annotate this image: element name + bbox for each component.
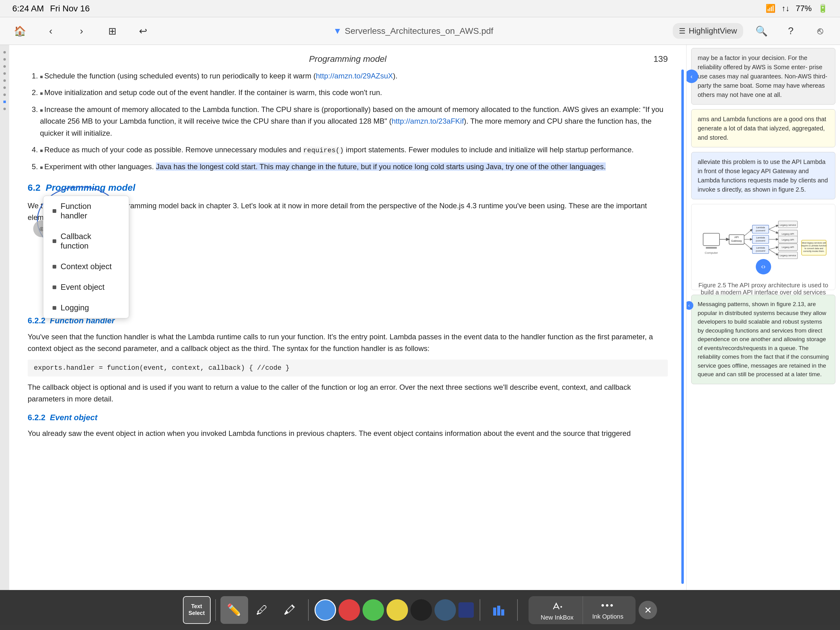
context-menu: Function handler Callback function Conte… — [43, 196, 129, 318]
rpanel-box-2: ams and Lambda functions are a good ons … — [691, 109, 835, 147]
svg-text:Gateway: Gateway — [731, 239, 742, 242]
search-button[interactable]: 🔍 — [751, 20, 772, 42]
bullet-icon — [52, 209, 56, 213]
link-1[interactable]: http://amzn.to/29AZsuX — [316, 72, 393, 80]
wifi-icon: 📶 — [766, 4, 775, 13]
svg-text:Legacy API: Legacy API — [782, 246, 794, 249]
link-2[interactable]: http://amzn.to/23aFKif — [392, 117, 464, 125]
pdf-content-area[interactable]: Programming model 139 Schedule the funct… — [9, 45, 686, 590]
svg-rect-1 — [706, 247, 717, 249]
menu-item-label: Function handler — [61, 201, 120, 220]
bullet-icon — [52, 306, 56, 310]
back-button[interactable]: ‹ — [40, 20, 62, 42]
bar-chart-icon — [492, 603, 505, 617]
menu-item-label: Callback function — [61, 232, 120, 251]
ink-options-button[interactable]: ••• Ink Options — [583, 597, 632, 623]
svg-text:Lambda: Lambda — [756, 246, 765, 249]
sidebar-dot — [3, 51, 6, 54]
color-blue[interactable] — [314, 599, 336, 621]
svg-rect-0 — [703, 233, 720, 245]
svg-text:Computer: Computer — [705, 251, 718, 255]
rpanel-text-2: ams and Lambda functions are a good ons … — [698, 116, 826, 141]
svg-line-22 — [769, 247, 778, 250]
tool-separator-1 — [215, 599, 216, 621]
date-display: Fri Nov 16 — [50, 4, 90, 14]
sidebar-dot — [3, 108, 6, 110]
top-toolbar: 🏠 ‹ › ⊞ ↩ ▼ Serverless_Architectures_on_… — [0, 17, 840, 45]
marker-icon: 🖊 — [256, 603, 268, 617]
svg-text:Legacy service: Legacy service — [780, 224, 796, 226]
section-6-2-2-event-heading: 6.2.2 Event object — [28, 411, 668, 424]
text-select-button[interactable]: TextSelect — [183, 596, 211, 624]
section-6-2-heading: 6.2 Programming model — [28, 180, 668, 195]
highlighter-icon: 🖍 — [284, 603, 295, 617]
tool-separator-3 — [480, 599, 480, 621]
rpanel-text-4: Messaging patterns, shown in figure 2.13… — [698, 301, 829, 377]
sidebar-active-dot — [3, 101, 6, 103]
forward-button[interactable]: › — [71, 20, 92, 42]
pencil-tool[interactable]: ✏️ — [221, 596, 248, 624]
new-inkbox-label: New InkBox — [541, 614, 574, 621]
diagram-nav-arrow[interactable]: ‹› — [756, 259, 771, 274]
marker-tool[interactable]: 🖊 — [248, 596, 276, 624]
svg-line-19 — [769, 225, 778, 229]
share-button[interactable]: ⎋ — [809, 20, 831, 42]
battery-icon: 🔋 — [818, 4, 828, 13]
bar-chart-tool[interactable] — [485, 596, 513, 624]
rpanel-box-4: ‹ Messaging patterns, shown in figure 2.… — [691, 295, 835, 384]
svg-rect-39 — [493, 608, 496, 616]
color-dark-blue[interactable] — [458, 602, 474, 618]
undo-button[interactable]: ↩ — [132, 20, 154, 42]
pdf-scrollbar[interactable] — [681, 70, 684, 584]
help-button[interactable]: ? — [780, 20, 802, 42]
sidebar-dot — [3, 86, 6, 89]
rpanel-nav-icon: ‹ — [686, 301, 693, 310]
tool-separator-2 — [308, 599, 309, 621]
callback-body: The callback object is optional and is u… — [28, 381, 668, 405]
menu-item-function-handler[interactable]: Function handler — [43, 196, 129, 226]
color-dark-teal[interactable] — [434, 599, 456, 621]
bullet-icon — [52, 239, 56, 243]
bullet-icon — [52, 265, 56, 269]
dots-icon: ••• — [601, 600, 615, 611]
menu-item-event[interactable]: Event object — [43, 277, 129, 298]
menu-item-logging[interactable]: Logging — [43, 298, 129, 318]
svg-text:require a Lambda function: require a Lambda function — [801, 245, 827, 247]
signal-icon: ↑↓ — [782, 4, 789, 13]
new-inkbox-button[interactable]: New InkBox — [532, 596, 583, 624]
item-5: Experiment with other languages. Java ha… — [40, 161, 668, 173]
pencil-icon: ✏️ — [227, 603, 242, 617]
color-red[interactable] — [338, 599, 360, 621]
filename-display: Serverless_Architectures_on_AWS.pdf — [345, 26, 493, 36]
menu-item-callback[interactable]: Callback function — [43, 226, 129, 256]
rpanel-nav-arrow-1[interactable]: ‹ — [686, 70, 698, 83]
highlight-view-icon: ☰ — [679, 27, 686, 35]
menu-item-label: Logging — [61, 303, 89, 313]
svg-line-23 — [769, 250, 778, 255]
svg-text:correctly invoke them.: correctly invoke them. — [803, 250, 824, 253]
highlighter-tool[interactable]: 🖍 — [276, 596, 303, 624]
rpanel-text-1: may be a factor in your decision. For th… — [698, 54, 827, 98]
rpanel-box-3: alleviate this problem is to use the API… — [691, 152, 835, 199]
svg-text:(convert/: (convert/ — [756, 239, 766, 242]
close-button[interactable]: ✕ — [639, 601, 657, 619]
item-4: Reduce as much of your code as possible.… — [40, 144, 668, 156]
color-yellow[interactable] — [387, 599, 408, 621]
time-display: 6:24 AM — [12, 4, 44, 14]
status-bar: 6:24 AM Fri Nov 16 📶 ↑↓ 77% 🔋 — [0, 0, 840, 17]
color-black[interactable] — [411, 599, 432, 621]
svg-line-20 — [769, 229, 778, 233]
menu-item-context[interactable]: Context object — [43, 256, 129, 277]
sidebar-dot — [3, 65, 6, 68]
svg-rect-40 — [497, 606, 500, 616]
svg-text:(convert/: (convert/ — [756, 250, 766, 252]
color-green[interactable] — [363, 599, 384, 621]
highlight-view-button[interactable]: ☰ HighlightView — [673, 23, 743, 39]
svg-text:Lambda: Lambda — [756, 226, 765, 229]
home-button[interactable]: 🏠 — [9, 20, 31, 42]
battery-display: 77% — [796, 4, 812, 13]
item-1: Schedule the function (using scheduled e… — [40, 70, 668, 82]
library-button[interactable]: ⊞ — [101, 20, 123, 42]
sidebar-dot — [3, 79, 6, 82]
item-2: Move initialization and setup code out o… — [40, 87, 668, 98]
